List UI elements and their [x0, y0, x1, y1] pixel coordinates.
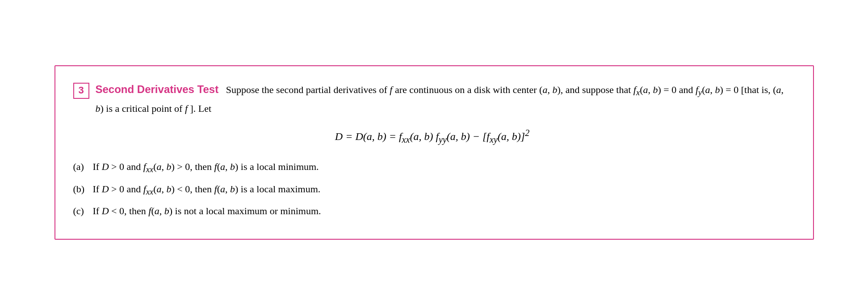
theorem-box: 3 Second Derivatives Test Suppose the se… [55, 65, 814, 239]
condition-a: (a) If D > 0 and fxx(a, b) > 0, then f(a… [73, 158, 792, 177]
condition-b-text: If D > 0 and fxx(a, b) < 0, then f(a, b)… [93, 180, 321, 199]
conditions-list: (a) If D > 0 and fxx(a, b) > 0, then f(a… [73, 158, 792, 220]
condition-b-label: (b) [73, 180, 88, 198]
condition-a-label: (a) [73, 158, 88, 176]
theorem-number-wrap: 3 [73, 82, 89, 98]
condition-c-text: If D < 0, then f(a, b) is not a local ma… [93, 202, 321, 220]
formula-block: D = D(a, b) = fxx(a, b) fyy(a, b) − [fxy… [73, 126, 792, 147]
theorem-number: 3 [73, 83, 89, 99]
theorem-title: Second Derivatives Test [96, 83, 219, 95]
theorem-header: 3 Second Derivatives Test Suppose the se… [73, 80, 792, 117]
condition-c: (c) If D < 0, then f(a, b) is not a loca… [73, 202, 792, 220]
condition-c-label: (c) [73, 202, 88, 220]
theorem-text-wrap: Second Derivatives Test Suppose the seco… [96, 80, 792, 117]
condition-b: (b) If D > 0 and fxx(a, b) < 0, then f(a… [73, 180, 792, 199]
condition-a-text: If D > 0 and fxx(a, b) > 0, then f(a, b)… [93, 158, 319, 177]
